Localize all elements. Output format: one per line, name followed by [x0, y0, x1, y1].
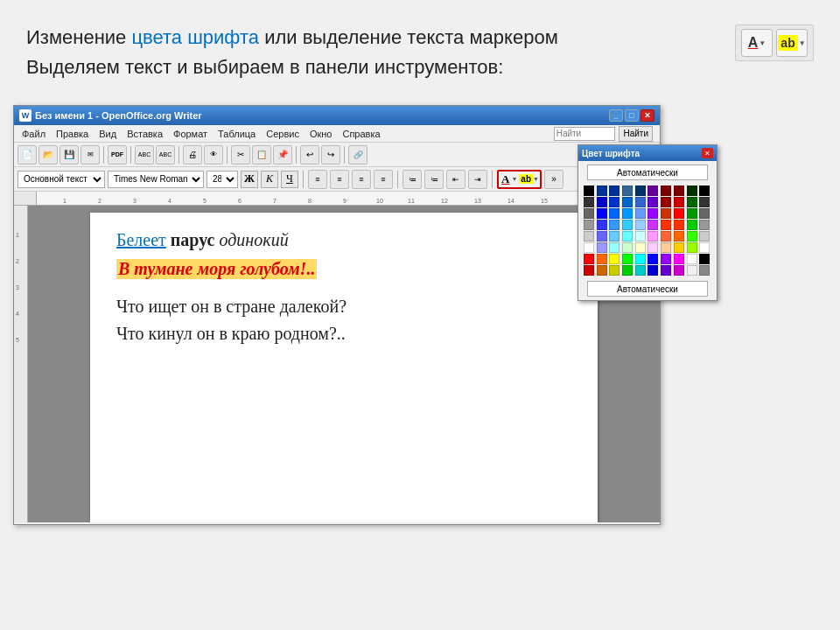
- redo-btn[interactable]: ↪: [321, 145, 340, 164]
- preview-btn[interactable]: 👁: [204, 145, 223, 164]
- color-cell[interactable]: [622, 220, 633, 230]
- paste-btn[interactable]: 📌: [273, 145, 292, 164]
- color-cell[interactable]: [648, 220, 658, 230]
- print-btn[interactable]: 🖨: [183, 145, 202, 164]
- color-cell[interactable]: [609, 254, 620, 264]
- color-cell[interactable]: [597, 220, 607, 230]
- font-color-button[interactable]: A ▼: [741, 29, 773, 57]
- align-left-btn[interactable]: ≡: [308, 170, 327, 189]
- copy-btn[interactable]: 📋: [252, 145, 271, 164]
- color-cell[interactable]: [622, 254, 633, 264]
- color-cell[interactable]: [699, 197, 710, 207]
- numlist-btn[interactable]: ≔: [424, 170, 444, 189]
- save-btn[interactable]: 💾: [60, 145, 79, 164]
- underline-button[interactable]: Ч: [281, 171, 298, 188]
- color-cell[interactable]: [661, 242, 671, 253]
- email-btn[interactable]: ✉: [80, 145, 100, 164]
- color-cell[interactable]: [584, 197, 594, 207]
- indent-dec-btn[interactable]: ⇤: [446, 170, 466, 189]
- color-picker-auto-top[interactable]: Автоматически: [587, 164, 708, 180]
- color-cell[interactable]: [609, 242, 620, 253]
- menu-file[interactable]: Файл: [18, 127, 50, 141]
- menu-tools[interactable]: Сервис: [262, 127, 304, 141]
- menu-edit[interactable]: Правка: [52, 127, 93, 141]
- color-cell[interactable]: [584, 186, 594, 196]
- indent-inc-btn[interactable]: ⇥: [468, 170, 487, 189]
- color-cell[interactable]: [609, 197, 620, 207]
- color-cell[interactable]: [584, 220, 594, 230]
- menu-view[interactable]: Вид: [94, 127, 121, 141]
- find-button[interactable]: Найти: [619, 126, 653, 142]
- color-cell[interactable]: [597, 197, 607, 207]
- color-cell[interactable]: [687, 265, 697, 276]
- fmt-font-color-btn[interactable]: A ▼: [500, 172, 517, 186]
- menu-help[interactable]: Справка: [338, 127, 384, 141]
- color-cell[interactable]: [635, 197, 646, 207]
- color-cell[interactable]: [661, 231, 671, 242]
- color-cell[interactable]: [687, 242, 697, 253]
- color-cell[interactable]: [622, 265, 633, 276]
- color-cell[interactable]: [687, 220, 697, 230]
- color-cell[interactable]: [597, 186, 607, 196]
- fmt-highlight-btn[interactable]: ab ▼: [519, 174, 539, 184]
- color-cell[interactable]: [674, 186, 684, 196]
- new-btn[interactable]: 📄: [18, 145, 37, 164]
- color-cell[interactable]: [609, 220, 620, 230]
- color-cell[interactable]: [609, 231, 620, 242]
- align-right-btn[interactable]: ≡: [352, 170, 371, 189]
- color-cell[interactable]: [674, 220, 684, 230]
- color-cell[interactable]: [622, 242, 633, 253]
- color-cell[interactable]: [648, 186, 658, 196]
- font-select[interactable]: Times New Roman: [108, 171, 204, 188]
- menu-table[interactable]: Таблица: [214, 127, 260, 141]
- bold-button[interactable]: Ж: [241, 171, 258, 188]
- color-cell[interactable]: [597, 265, 607, 276]
- spell-btn[interactable]: ABC: [135, 145, 154, 164]
- maximize-button[interactable]: □: [625, 109, 639, 122]
- list-btn[interactable]: ≔: [402, 170, 422, 189]
- color-picker-auto-bottom[interactable]: Автоматически: [587, 281, 708, 297]
- color-cell[interactable]: [584, 242, 594, 253]
- pdf-btn[interactable]: PDF: [108, 145, 127, 164]
- document-page[interactable]: Белеет парус одинокий В тумане моря голу…: [90, 213, 598, 522]
- color-cell[interactable]: [699, 242, 710, 253]
- color-cell[interactable]: [597, 231, 607, 242]
- color-cell[interactable]: [622, 231, 633, 242]
- color-cell[interactable]: [622, 186, 633, 196]
- color-cell[interactable]: [674, 197, 684, 207]
- color-cell[interactable]: [699, 208, 710, 219]
- color-cell[interactable]: [584, 208, 594, 219]
- color-cell[interactable]: [648, 197, 658, 207]
- color-cell[interactable]: [622, 208, 633, 219]
- color-cell[interactable]: [699, 186, 710, 196]
- size-select[interactable]: 28: [206, 171, 238, 188]
- cut-btn[interactable]: ✂: [231, 145, 250, 164]
- color-cell[interactable]: [687, 254, 697, 264]
- color-cell[interactable]: [674, 208, 684, 219]
- color-cell[interactable]: [699, 231, 710, 242]
- color-cell[interactable]: [674, 254, 684, 264]
- color-cell[interactable]: [635, 208, 646, 219]
- align-justify-btn[interactable]: ≡: [374, 170, 393, 189]
- color-cell[interactable]: [661, 186, 671, 196]
- find-input[interactable]: [554, 127, 615, 141]
- color-cell[interactable]: [648, 265, 658, 276]
- color-cell[interactable]: [597, 254, 607, 264]
- color-cell[interactable]: [635, 265, 646, 276]
- color-cell[interactable]: [674, 242, 684, 253]
- color-cell[interactable]: [635, 186, 646, 196]
- color-cell[interactable]: [584, 265, 594, 276]
- color-cell[interactable]: [661, 265, 671, 276]
- color-cell[interactable]: [648, 254, 658, 264]
- minimize-button[interactable]: _: [609, 109, 623, 122]
- color-cell[interactable]: [648, 242, 658, 253]
- style-select[interactable]: Основной текст: [18, 171, 105, 188]
- color-cell[interactable]: [674, 265, 684, 276]
- align-center-btn[interactable]: ≡: [330, 170, 349, 189]
- color-cell[interactable]: [609, 186, 620, 196]
- italic-button[interactable]: К: [261, 171, 278, 188]
- color-cell[interactable]: [687, 197, 697, 207]
- color-cell[interactable]: [661, 208, 671, 219]
- color-cell[interactable]: [699, 265, 710, 276]
- color-cell[interactable]: [648, 208, 658, 219]
